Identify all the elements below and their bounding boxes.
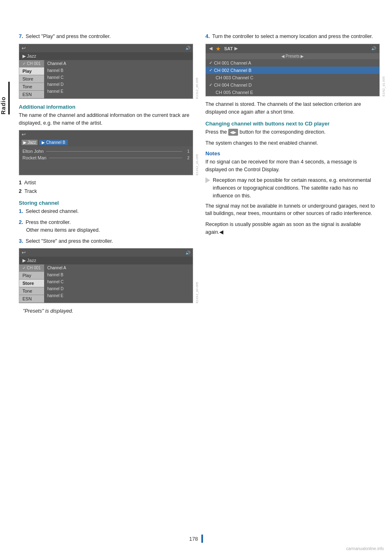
notes-text-3: The signal may not be available in tunne…: [205, 202, 380, 218]
screen3-tone[interactable]: Tone: [19, 287, 44, 295]
menu-item-play[interactable]: Play: [19, 67, 44, 75]
screen1-ch-c: hannel C: [44, 74, 193, 81]
screen1-ch-d: hannel D: [44, 81, 193, 88]
screen1-jazz-row: ▶ Jazz: [19, 52, 193, 60]
triangle-note-block: Reception may not be possible for certai…: [205, 177, 380, 199]
screen3-img-label: E1312_d2.005: [195, 248, 199, 303]
additional-info-heading: Additional information: [19, 104, 193, 110]
screen2-container: ↩ ▶ Jazz ▶ Channel B Elton John 1: [19, 130, 193, 175]
screen2-img-label: E1312_d1.005: [195, 130, 199, 175]
right-column: 4. Turn the controller to select a memor…: [205, 33, 380, 530]
track-labels: 1 Artist 2 Track: [19, 179, 193, 195]
left-column: 7. Select "Play" and press the controlle…: [19, 33, 193, 530]
screen1-back: ↩: [22, 45, 26, 51]
additional-info-section: Additional information The name of the c…: [19, 104, 193, 127]
screen1-icon: 🔊: [185, 46, 190, 50]
screen3-ch-d: hannel D: [44, 285, 193, 292]
screen3-ch-a: Channel A: [44, 264, 193, 271]
notes-text-2: Reception may not be possible for certai…: [213, 177, 380, 199]
sat-img-label: E1N2_d1.005: [382, 44, 385, 96]
screen1-menu: ✓ CH 001 Play Store Tone ESN: [19, 60, 44, 98]
presets-note: "Presets" is displayed.: [23, 307, 193, 315]
menu-item-store[interactable]: Store: [19, 75, 44, 83]
screen1-img-label: E1312_d0.005: [195, 44, 199, 99]
step-4-num: 4.: [205, 33, 210, 40]
track-line-2: [49, 158, 183, 158]
step-7-num: 7.: [19, 33, 23, 40]
cd-button: ◀▶: [228, 129, 238, 136]
changing-heading: Changing channel with buttons next to CD…: [205, 121, 380, 127]
notes-text-1: If no signal can be received for more th…: [205, 158, 380, 174]
screen3-topbar: ↩ 🔊: [19, 248, 193, 257]
changing-text-3: The system changes to the next enabled c…: [205, 139, 380, 147]
storing-step-1: 1. Select desired channel.: [19, 208, 193, 215]
screen2-rows: Elton John 1 Rocket Man 2: [19, 146, 193, 175]
screen3-back: ↩: [22, 250, 26, 255]
sat-row-0: ✓ CH 001 Channel A: [206, 59, 379, 67]
screen1-ch-e: hannel E: [44, 88, 193, 95]
page-bar: [201, 535, 203, 543]
side-tab: Radio: [0, 0, 15, 555]
screen3-container: ↩ 🔊 ▶ Jazz ✓ CH 001 Play Store Tone: [19, 248, 193, 303]
screen3-esn[interactable]: ESN: [19, 295, 44, 303]
menu-item-checkmark: ✓ CH 001: [19, 60, 44, 67]
changing-text-1: Press the ◀▶ button for the correspondin…: [205, 128, 380, 136]
menu-item-esn[interactable]: ESN: [19, 91, 44, 98]
watermark: carmanualonline.info: [346, 546, 384, 551]
page-number-area: 178: [189, 535, 203, 543]
storing-step-2: 2. Press the controller. Other menu item…: [19, 219, 193, 234]
stored-text: The channel is stored. The channels of t…: [205, 101, 380, 116]
screen2-jazz: ▶ Jazz: [22, 140, 38, 145]
sat-left-arrow: ◀: [209, 46, 212, 51]
sat-row-1: ✓ CH 002 Channel B: [206, 67, 379, 74]
step-4: 4. Turn the controller to select a memor…: [205, 33, 380, 40]
screen1-channels: Channel A hannel B hannel C hannel D han…: [44, 60, 193, 98]
sat-screen-container: ◀ ★ SAT ▶ 🔊 ◀ Presets ▶: [205, 44, 380, 96]
screen3-ch-e: hannel E: [44, 292, 193, 299]
sat-topbar: ◀ ★ SAT ▶ 🔊: [206, 44, 379, 53]
sat-presets-bar: ◀ Presets ▶: [206, 53, 379, 59]
track-num-2: 2: [187, 156, 189, 160]
screen1: ↩ 🔊 ▶ Jazz ✓ CH 001 Play Store Tone: [19, 44, 193, 99]
step-7: 7. Select "Play" and press the controlle…: [19, 33, 193, 40]
screen3-ch-b: hannel B: [44, 271, 193, 278]
screen3-play[interactable]: Play: [19, 272, 44, 280]
sat-row-4: CH 005 Channel E: [206, 89, 379, 96]
screen2: ↩ ▶ Jazz ▶ Channel B Elton John 1: [19, 130, 193, 175]
storing-channel-heading: Storing channel: [19, 200, 193, 206]
screen3-menu-area: ✓ CH 001 Play Store Tone ESN Channel A h…: [19, 264, 193, 303]
screen3-channels: Channel A hannel B hannel C hannel D han…: [44, 264, 193, 303]
screen2-channel-b: ▶ Channel B: [39, 140, 67, 145]
sat-row-2: CH 003 Channel C: [206, 74, 379, 81]
screen1-jazz-label: ▶ Jazz: [22, 54, 36, 59]
step-4-text: Turn the controller to select a memory l…: [212, 33, 373, 40]
screen1-topbar: ↩ 🔊: [19, 44, 193, 52]
storing-step-3: 3. Select "Store" and press the controll…: [19, 237, 193, 245]
screen1-container: ↩ 🔊 ▶ Jazz ✓ CH 001 Play Store Tone: [19, 44, 193, 99]
sat-right-arrow: ▶: [234, 46, 238, 51]
label-track: 2 Track: [19, 188, 193, 195]
screen2-rocket: Rocket Man 2: [22, 154, 189, 161]
label-artist: 1 Artist: [19, 179, 193, 187]
screen3: ↩ 🔊 ▶ Jazz ✓ CH 001 Play Store Tone: [19, 248, 193, 303]
sat-screen: ◀ ★ SAT ▶ 🔊 ◀ Presets ▶: [205, 44, 380, 96]
triangle-icon: [205, 177, 210, 183]
screen1-ch-a: Channel A: [44, 60, 193, 67]
track-line-1: [46, 151, 182, 152]
screen3-ch001: ✓ CH 001: [19, 264, 44, 272]
sat-label: SAT: [224, 46, 233, 51]
storing-step-1-text: Select desired channel.: [26, 208, 79, 215]
screen3-menu: ✓ CH 001 Play Store Tone ESN: [19, 264, 44, 303]
sat-star-icon: ★: [216, 45, 221, 52]
screen3-store[interactable]: Store: [19, 280, 44, 287]
sat-rows: ✓ CH 001 Channel A ✓ CH 002 Channel B CH…: [206, 59, 379, 96]
sat-speaker-icon: 🔊: [371, 46, 376, 51]
storing-channel-section: Storing channel 1. Select desired channe…: [19, 200, 193, 245]
sat-row-3: ✓ CH 004 Channel D: [206, 81, 379, 89]
screen1-menu-area: ✓ CH 001 Play Store Tone ESN Channel A h…: [19, 60, 193, 98]
additional-info-text: The name of the channel and additional i…: [19, 112, 193, 127]
step-7-text: Select "Play" and press the controller.: [26, 33, 111, 40]
screen2-topbar: ↩: [19, 130, 193, 139]
menu-item-tone[interactable]: Tone: [19, 83, 44, 91]
screen3-jazz-row: ▶ Jazz: [19, 257, 193, 264]
